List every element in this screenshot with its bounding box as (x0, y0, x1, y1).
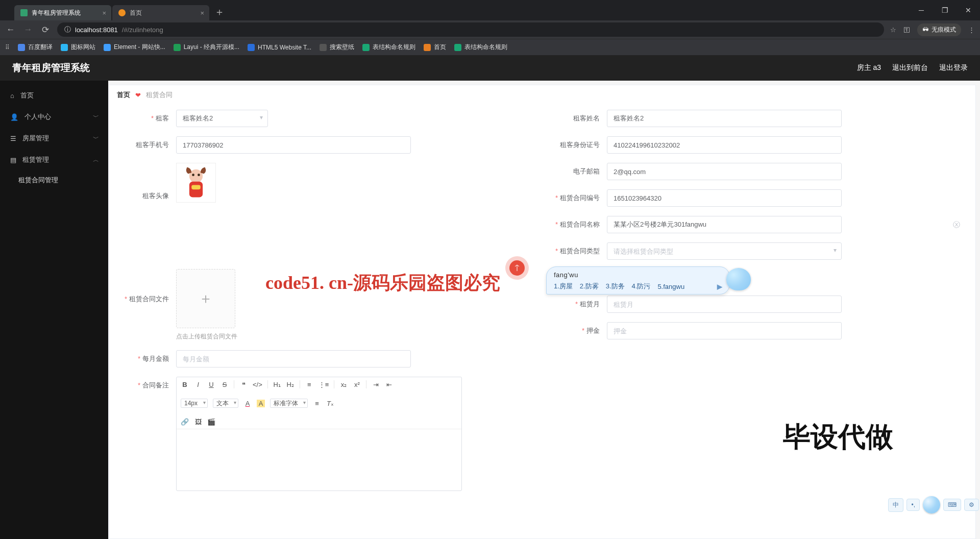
link-icon[interactable]: 🔗 (181, 418, 189, 426)
sidebar-item-house[interactable]: ☰ 房屋管理 ﹀ (0, 128, 108, 149)
clear-icon[interactable]: ⓧ (953, 220, 960, 230)
ul-icon[interactable]: ⋮≡ (318, 381, 329, 388)
nav-forward-icon[interactable]: → (22, 24, 34, 35)
menu-kebab-icon[interactable]: ⋮ (968, 26, 975, 34)
bookmark-item[interactable]: 表结构命名规则 (362, 43, 415, 52)
contract-no-input[interactable] (607, 189, 842, 207)
to-front-link[interactable]: 退出到前台 (892, 63, 928, 72)
tenant-select[interactable] (176, 110, 268, 127)
ol-icon[interactable]: ≡ (305, 381, 313, 388)
breadcrumb-home[interactable]: 首页 (117, 90, 130, 100)
rich-text-editor[interactable]: B I U S ❝ </> H₁ H₂ ≡ (176, 377, 462, 491)
image-icon[interactable]: 🖼 (194, 418, 202, 426)
bookmark-item[interactable]: 图标网站 (61, 43, 95, 52)
sub-icon[interactable]: x₂ (339, 381, 348, 388)
monthly-input[interactable] (176, 350, 411, 368)
fontsize-select[interactable]: 14px (181, 399, 208, 408)
contract-name-input[interactable] (607, 216, 842, 233)
italic-icon[interactable]: I (194, 381, 202, 388)
underline-icon[interactable]: U (207, 381, 215, 388)
window-maximize-button[interactable]: ❐ (933, 0, 957, 20)
ime-candidate[interactable]: 5.fangwu (657, 283, 684, 290)
ime-candidate-box[interactable]: fang'wu 1.房屋 2.防雾 3.防务 4.防污 5.fangwu ▶ (546, 266, 730, 295)
sidebar-subitem-lease-contract[interactable]: 租赁合同管理 (0, 170, 108, 190)
window-minimize-button[interactable]: ─ (910, 0, 933, 20)
bookmark-item[interactable]: 表结构命名规则 (454, 43, 507, 52)
sidebar-item-home[interactable]: ⌂ 首页 (0, 85, 108, 106)
ime-candidate[interactable]: 2.防雾 (580, 282, 599, 291)
chevron-down-icon: ﹀ (93, 134, 99, 143)
current-user[interactable]: 房主 a3 (857, 63, 881, 72)
lease-contract-form: 租客 租客姓名 租客手机号 (109, 105, 975, 521)
h1-icon[interactable]: H₁ (273, 381, 281, 388)
contract-type-input[interactable] (607, 242, 842, 260)
label-monthly: 每月金额 (119, 350, 176, 363)
bookmark-bar: ⠿ 百度翻译 图标网站 Element - 网站快... Layui - 经典开… (0, 39, 980, 55)
ime-keyboard-chip[interactable]: ⌨ (943, 499, 961, 511)
bookmark-item[interactable]: HTML5 Website T... (248, 44, 311, 51)
bookmark-item[interactable]: 百度翻译 (18, 43, 53, 52)
star-icon[interactable]: ☆ (890, 26, 896, 34)
key-icon[interactable]: ⚿ (903, 26, 910, 34)
tenant-phone-input[interactable] (176, 136, 411, 154)
bg-color-icon[interactable]: A (257, 400, 265, 407)
quote-icon[interactable]: ❝ (239, 381, 248, 388)
tenant-select-input[interactable] (176, 110, 268, 127)
ime-candidate[interactable]: 1.房屋 (554, 282, 573, 291)
bookmark-item[interactable]: Layui - 经典开源模... (174, 43, 239, 52)
bold-icon[interactable]: B (181, 381, 189, 388)
browser-tab[interactable]: 首页 × (112, 5, 209, 20)
ime-candidates: 1.房屋 2.防雾 3.防务 4.防污 5.fangwu ▶ (554, 282, 722, 291)
breadcrumb-current: 租赁合同 (146, 90, 173, 100)
close-tab-icon[interactable]: × (102, 9, 106, 17)
ime-next-icon[interactable]: ▶ (717, 283, 722, 290)
ime-settings-chip[interactable]: ⚙ (964, 499, 979, 511)
deposit-input[interactable] (607, 322, 842, 339)
ime-candidate[interactable]: 4.防污 (632, 282, 651, 291)
font-color-icon[interactable]: A (243, 400, 252, 407)
indent-icon[interactable]: ⇥ (372, 381, 380, 388)
email-input[interactable] (607, 163, 842, 180)
window-close-button[interactable]: ✕ (957, 0, 980, 20)
lease-month-input[interactable] (607, 296, 842, 313)
fontstyle-select[interactable]: 文本 (213, 399, 238, 408)
nav-reload-icon[interactable]: ⟳ (40, 24, 51, 35)
url-input[interactable]: ⓘ localhost:8081 /#/zulinhetong (57, 22, 884, 37)
bookmark-item[interactable]: 首页 (424, 43, 446, 52)
apps-icon[interactable]: ⠿ (5, 44, 10, 51)
h2-icon[interactable]: H₂ (286, 381, 295, 388)
address-bar: ← → ⟳ ⓘ localhost:8081 /#/zulinhetong ☆ … (0, 20, 980, 39)
nav-back-icon[interactable]: ← (5, 24, 16, 35)
sup-icon[interactable]: x² (353, 381, 361, 388)
new-tab-button[interactable]: ＋ (214, 5, 225, 19)
bookmark-item[interactable]: 搜索壁纸 (320, 43, 354, 52)
ime-mode-chip[interactable]: 中 (888, 498, 903, 512)
ime-candidate[interactable]: 3.防务 (606, 282, 625, 291)
sidebar-item-label: 房屋管理 (22, 134, 49, 143)
sidebar-item-lease[interactable]: ▤ 租赁管理 ︿ (0, 149, 108, 170)
code-icon[interactable]: </> (253, 381, 262, 388)
ime-punct-chip[interactable]: •, (906, 499, 920, 511)
close-tab-icon[interactable]: × (200, 9, 204, 17)
bookmark-item[interactable]: Element - 网站快... (104, 43, 165, 52)
fontfamily-select[interactable]: 标准字体 (270, 399, 308, 408)
sidebar-item-label: 首页 (20, 91, 34, 100)
tenant-name-input[interactable] (607, 110, 842, 127)
sidebar-item-profile[interactable]: 👤 个人中心 ﹀ (0, 106, 108, 128)
tab-favicon-icon (20, 9, 28, 16)
contract-type-select[interactable] (607, 242, 842, 260)
outdent-icon[interactable]: ⇤ (385, 381, 393, 388)
video-icon[interactable]: 🎬 (207, 418, 215, 426)
sidebar: ⌂ 首页 👤 个人中心 ﹀ ☰ 房屋管理 ﹀ ▤ 租赁管理 ︿ 租赁合同管理 (0, 81, 108, 539)
browser-tab-active[interactable]: 青年租房管理系统 × (14, 5, 111, 20)
align-icon[interactable]: ≡ (313, 400, 321, 407)
tenant-idcard-input[interactable] (607, 136, 842, 154)
ime-status-bar[interactable]: 中 •, ⌨ ⚙ (888, 496, 979, 513)
editor-body[interactable] (177, 429, 461, 491)
strike-icon[interactable]: S (220, 381, 229, 388)
ime-orb-icon[interactable] (923, 496, 940, 513)
box-icon: ▤ (10, 156, 16, 164)
logout-link[interactable]: 退出登录 (939, 63, 968, 72)
file-uploader[interactable]: ＋ (176, 269, 235, 328)
clear-format-icon[interactable]: Tₓ (326, 400, 334, 407)
